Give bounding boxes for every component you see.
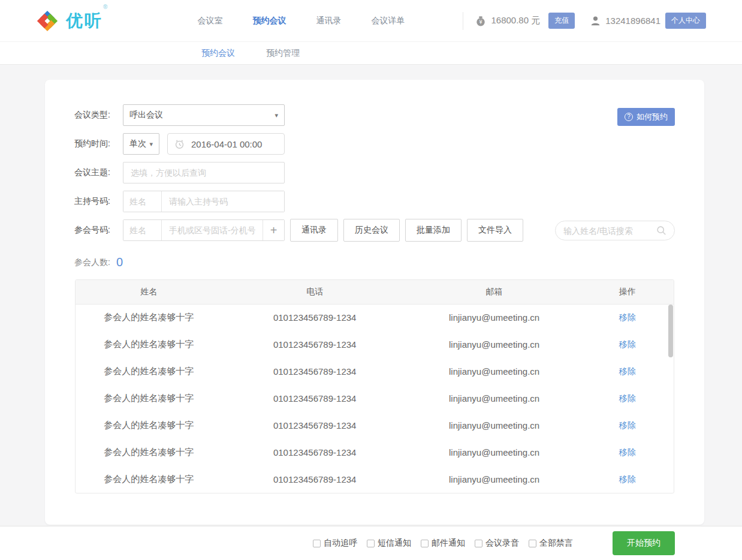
remove-link[interactable]: 移除 (619, 393, 636, 403)
cell-email: linjianyu@umeeting.cn (408, 385, 581, 412)
brand-name: 优听® (66, 10, 107, 32)
table-row: 参会人的姓名凑够十字 010123456789-1234 linjianyu@u… (76, 331, 674, 358)
participant-name-input[interactable] (123, 220, 162, 240)
participant-number-label: 参会号码: (74, 225, 123, 236)
personal-center-button[interactable]: 个人中心 (665, 13, 706, 29)
header-actions: 操作 (581, 280, 674, 304)
checkbox-icon[interactable] (529, 540, 536, 547)
top-bar: 优听® 会议室 预约会议 通讯录 会议详单 ¥ 16800.80 元 充值 13… (0, 0, 742, 41)
table-row: 参会人的姓名凑够十字 010123456789-1234 linjianyu@u… (76, 385, 674, 412)
cell-phone: 010123456789-1234 (222, 385, 408, 412)
participant-number-input[interactable] (162, 220, 263, 240)
table-row: 参会人的姓名凑够十字 010123456789-1234 linjianyu@u… (76, 304, 674, 331)
table-row: 参会人的姓名凑够十字 010123456789-1234 linjianyu@u… (76, 466, 674, 493)
schedule-time-label: 预约时间: (74, 139, 123, 149)
remove-link[interactable]: 移除 (619, 474, 636, 484)
user-group: 13241896841 个人中心 (590, 13, 706, 29)
remove-link[interactable]: 移除 (619, 420, 636, 430)
header-account-area: ¥ 16800.80 元 充值 13241896841 个人中心 (463, 12, 706, 30)
cell-email: linjianyu@umeeting.cn (408, 439, 581, 466)
participants-table: 姓名 电话 邮箱 操作 参会人的姓名凑够十字 010123456789-1234… (75, 279, 674, 493)
nav-item-book-meeting[interactable]: 预约会议 (252, 16, 286, 26)
user-phone: 13241896841 (605, 16, 660, 26)
start-booking-button[interactable]: 开始预约 (613, 531, 675, 555)
topic-label: 会议主题: (74, 167, 123, 178)
header-name: 姓名 (76, 280, 222, 304)
cell-phone: 010123456789-1234 (222, 466, 408, 493)
checkbox-icon[interactable] (475, 540, 482, 547)
history-meetings-button[interactable]: 历史会议 (343, 219, 400, 242)
cell-phone: 010123456789-1234 (222, 304, 408, 331)
checkbox-icon[interactable] (421, 540, 429, 547)
nav-item-meeting-records[interactable]: 会议详单 (371, 16, 405, 26)
table-row: 参会人的姓名凑够十字 010123456789-1234 linjianyu@u… (76, 439, 674, 466)
registered-mark: ® (103, 4, 107, 10)
cell-name: 参会人的姓名凑够十字 (76, 304, 222, 331)
contacts-button[interactable]: 通讯录 (290, 219, 338, 242)
chevron-down-icon: ▾ (149, 140, 153, 148)
participant-search-input[interactable] (563, 226, 656, 236)
subnav-item-manage-bookings[interactable]: 预约管理 (266, 48, 300, 59)
main-nav: 会议室 预约会议 通讯录 会议详单 (197, 16, 405, 26)
brand-logo[interactable]: 优听® (36, 10, 107, 32)
remove-link[interactable]: 移除 (619, 447, 636, 457)
money-bag-icon: ¥ (475, 16, 486, 26)
meeting-type-value: 呼出会议 (129, 110, 163, 121)
cell-name: 参会人的姓名凑够十字 (76, 331, 222, 358)
meeting-type-select[interactable]: 呼出会议 ▾ (123, 104, 285, 126)
cell-name: 参会人的姓名凑够十字 (76, 439, 222, 466)
topic-input[interactable] (123, 162, 285, 183)
meeting-type-label: 会议类型: (74, 110, 123, 121)
topic-row: 会议主题: (74, 162, 675, 183)
remove-link[interactable]: 移除 (619, 366, 636, 376)
chevron-down-icon: ▾ (275, 112, 278, 119)
nav-item-contacts[interactable]: 通讯录 (316, 16, 341, 26)
subnav-item-book-meeting[interactable]: 预约会议 (201, 48, 235, 59)
pinwheel-logo-icon (36, 10, 59, 32)
header-email: 邮箱 (408, 280, 581, 304)
frequency-value: 单次 (129, 139, 146, 149)
recharge-button[interactable]: 充值 (548, 13, 575, 29)
datetime-picker[interactable]: 2016-04-01 00:00 (167, 133, 285, 155)
user-icon (590, 16, 601, 26)
balance-amount: 16800.80 元 (491, 15, 540, 26)
table-scrollbar[interactable] (668, 305, 673, 357)
host-number-input[interactable] (162, 191, 284, 212)
cell-name: 参会人的姓名凑够十字 (76, 466, 222, 493)
clock-icon (174, 139, 185, 149)
meeting-type-row: 会议类型: 呼出会议 ▾ (74, 104, 675, 126)
nav-item-meeting-room[interactable]: 会议室 (197, 16, 222, 26)
batch-add-button[interactable]: 批量添加 (405, 219, 462, 242)
cell-name: 参会人的姓名凑够十字 (76, 358, 222, 385)
participant-count-value: 0 (116, 255, 123, 269)
frequency-select[interactable]: 单次 ▾ (123, 133, 159, 155)
host-number-label: 主持号码: (74, 196, 123, 207)
cell-phone: 010123456789-1234 (222, 358, 408, 385)
checkbox-meeting-record[interactable]: 会议录音 (475, 538, 519, 549)
cell-email: linjianyu@umeeting.cn (408, 412, 581, 439)
checkbox-email-notify[interactable]: 邮件通知 (421, 538, 465, 549)
host-name-input[interactable] (123, 191, 162, 212)
host-input-group (123, 191, 285, 212)
svg-text:¥: ¥ (479, 19, 482, 25)
cell-email: linjianyu@umeeting.cn (408, 304, 581, 331)
cell-phone: 010123456789-1234 (222, 412, 408, 439)
checkbox-mute-all[interactable]: 全部禁言 (529, 538, 573, 549)
checkbox-sms-notify[interactable]: 短信通知 (367, 538, 411, 549)
cell-email: linjianyu@umeeting.cn (408, 358, 581, 385)
participant-input-group: + (123, 219, 285, 241)
add-participant-button[interactable]: + (263, 220, 284, 240)
remove-link[interactable]: 移除 (619, 312, 636, 322)
cell-phone: 010123456789-1234 (222, 439, 408, 466)
participant-count-label: 参会人数: (74, 257, 110, 268)
checkbox-icon[interactable] (367, 540, 375, 547)
checkbox-auto-redial[interactable]: 自动追呼 (313, 538, 357, 549)
file-import-button[interactable]: 文件导入 (467, 219, 523, 242)
checkbox-icon[interactable] (313, 540, 321, 547)
remove-link[interactable]: 移除 (619, 339, 636, 349)
search-icon[interactable] (656, 225, 666, 236)
booking-form: ? 如何预约 会议类型: 呼出会议 ▾ 预约时间: 单次 ▾ (45, 80, 704, 269)
cell-email: linjianyu@umeeting.cn (408, 331, 581, 358)
plus-icon: + (270, 224, 278, 237)
cell-email: linjianyu@umeeting.cn (408, 466, 581, 493)
